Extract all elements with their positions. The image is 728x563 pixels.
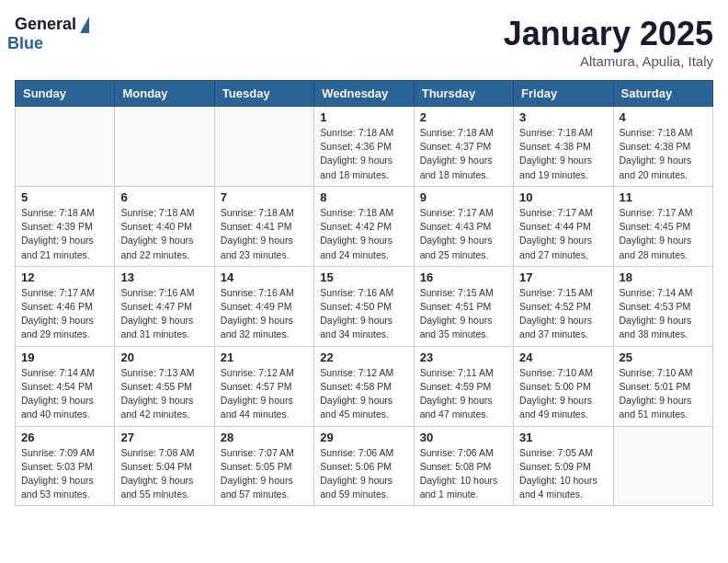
day-number: 10 [519, 190, 607, 204]
logo-general-text: General [15, 15, 76, 34]
calendar-cell [214, 107, 313, 187]
calendar-cell [16, 107, 115, 187]
calendar-cell: 30Sunrise: 7:06 AM Sunset: 5:08 PM Dayli… [414, 426, 513, 506]
day-number: 23 [420, 350, 507, 364]
calendar-table: SundayMondayTuesdayWednesdayThursdayFrid… [15, 80, 713, 506]
calendar-cell: 27Sunrise: 7:08 AM Sunset: 5:04 PM Dayli… [115, 426, 214, 506]
day-number: 29 [320, 431, 407, 444]
calendar-cell: 18Sunrise: 7:14 AM Sunset: 4:53 PM Dayli… [613, 266, 712, 346]
day-info: Sunrise: 7:15 AM Sunset: 4:52 PM Dayligh… [519, 286, 607, 342]
day-info: Sunrise: 7:14 AM Sunset: 4:54 PM Dayligh… [21, 366, 108, 422]
day-number: 11 [620, 190, 707, 204]
calendar-cell: 9Sunrise: 7:17 AM Sunset: 4:43 PM Daylig… [414, 186, 513, 266]
logo-blue-text: Blue [7, 34, 43, 53]
weekday-header-wednesday: Wednesday [314, 81, 414, 107]
calendar-cell: 22Sunrise: 7:12 AM Sunset: 4:58 PM Dayli… [314, 346, 414, 426]
day-info: Sunrise: 7:08 AM Sunset: 5:04 PM Dayligh… [120, 446, 208, 502]
calendar-cell: 16Sunrise: 7:15 AM Sunset: 4:51 PM Dayli… [414, 266, 513, 346]
day-info: Sunrise: 7:11 AM Sunset: 4:59 PM Dayligh… [420, 366, 507, 422]
calendar-cell [115, 107, 214, 187]
day-info: Sunrise: 7:16 AM Sunset: 4:50 PM Dayligh… [320, 286, 407, 342]
calendar-cell: 15Sunrise: 7:16 AM Sunset: 4:50 PM Dayli… [314, 266, 414, 346]
calendar-cell: 19Sunrise: 7:14 AM Sunset: 4:54 PM Dayli… [16, 346, 115, 426]
weekday-header-saturday: Saturday [613, 81, 712, 107]
day-info: Sunrise: 7:09 AM Sunset: 5:03 PM Dayligh… [21, 446, 108, 502]
day-number: 22 [320, 350, 407, 364]
calendar-cell: 4Sunrise: 7:18 AM Sunset: 4:38 PM Daylig… [613, 107, 712, 187]
day-number: 15 [320, 270, 407, 284]
day-info: Sunrise: 7:10 AM Sunset: 5:00 PM Dayligh… [519, 366, 607, 422]
calendar-cell: 6Sunrise: 7:18 AM Sunset: 4:40 PM Daylig… [115, 186, 214, 266]
week-row-5: 26Sunrise: 7:09 AM Sunset: 5:03 PM Dayli… [16, 426, 713, 506]
day-number: 6 [120, 190, 208, 204]
day-info: Sunrise: 7:12 AM Sunset: 4:57 PM Dayligh… [221, 366, 308, 422]
day-number: 19 [21, 350, 108, 364]
day-info: Sunrise: 7:17 AM Sunset: 4:46 PM Dayligh… [21, 286, 108, 342]
calendar-cell: 14Sunrise: 7:16 AM Sunset: 4:49 PM Dayli… [214, 266, 313, 346]
calendar-cell: 10Sunrise: 7:17 AM Sunset: 4:44 PM Dayli… [514, 186, 613, 266]
calendar-cell: 3Sunrise: 7:18 AM Sunset: 4:38 PM Daylig… [514, 107, 613, 187]
day-number: 14 [221, 270, 308, 284]
day-info: Sunrise: 7:17 AM Sunset: 4:45 PM Dayligh… [620, 206, 707, 262]
day-info: Sunrise: 7:10 AM Sunset: 5:01 PM Dayligh… [620, 366, 707, 422]
day-info: Sunrise: 7:12 AM Sunset: 4:58 PM Dayligh… [320, 366, 407, 422]
week-row-4: 19Sunrise: 7:14 AM Sunset: 4:54 PM Dayli… [16, 346, 713, 426]
day-number: 5 [21, 190, 108, 204]
calendar-cell: 8Sunrise: 7:18 AM Sunset: 4:42 PM Daylig… [314, 186, 414, 266]
calendar-cell: 28Sunrise: 7:07 AM Sunset: 5:05 PM Dayli… [214, 426, 313, 506]
calendar-cell: 11Sunrise: 7:17 AM Sunset: 4:45 PM Dayli… [613, 186, 712, 266]
day-info: Sunrise: 7:17 AM Sunset: 4:43 PM Dayligh… [420, 206, 507, 262]
day-number: 17 [519, 270, 607, 284]
day-number: 21 [221, 350, 308, 364]
day-info: Sunrise: 7:17 AM Sunset: 4:44 PM Dayligh… [519, 206, 607, 262]
day-info: Sunrise: 7:18 AM Sunset: 4:36 PM Dayligh… [320, 126, 407, 182]
title-block: January 2025 Altamura, Apulia, Italy [504, 15, 713, 69]
day-number: 12 [21, 270, 108, 284]
day-info: Sunrise: 7:16 AM Sunset: 4:49 PM Dayligh… [221, 286, 308, 342]
day-number: 7 [221, 190, 308, 204]
week-row-3: 12Sunrise: 7:17 AM Sunset: 4:46 PM Dayli… [16, 266, 713, 346]
day-number: 9 [420, 190, 507, 204]
calendar-cell: 13Sunrise: 7:16 AM Sunset: 4:47 PM Dayli… [115, 266, 214, 346]
day-info: Sunrise: 7:18 AM Sunset: 4:39 PM Dayligh… [21, 206, 108, 262]
calendar-cell: 25Sunrise: 7:10 AM Sunset: 5:01 PM Dayli… [613, 346, 712, 426]
day-number: 27 [120, 431, 208, 444]
day-info: Sunrise: 7:06 AM Sunset: 5:06 PM Dayligh… [320, 446, 407, 502]
calendar-cell: 2Sunrise: 7:18 AM Sunset: 4:37 PM Daylig… [414, 107, 513, 187]
day-number: 26 [21, 431, 108, 444]
weekday-header-tuesday: Tuesday [214, 81, 313, 107]
calendar-cell: 21Sunrise: 7:12 AM Sunset: 4:57 PM Dayli… [214, 346, 313, 426]
day-number: 28 [221, 431, 308, 444]
month-title: January 2025 [504, 15, 713, 53]
day-number: 8 [320, 190, 407, 204]
page-header: General Blue January 2025 Altamura, Apul… [15, 15, 713, 69]
calendar-cell: 31Sunrise: 7:05 AM Sunset: 5:09 PM Dayli… [514, 426, 613, 506]
day-number: 24 [519, 350, 607, 364]
day-number: 3 [519, 110, 607, 124]
location-subtitle: Altamura, Apulia, Italy [504, 53, 713, 69]
day-info: Sunrise: 7:14 AM Sunset: 4:53 PM Dayligh… [620, 286, 707, 342]
calendar-cell: 5Sunrise: 7:18 AM Sunset: 4:39 PM Daylig… [16, 186, 115, 266]
calendar-cell: 23Sunrise: 7:11 AM Sunset: 4:59 PM Dayli… [414, 346, 513, 426]
calendar-cell [613, 426, 712, 506]
week-row-2: 5Sunrise: 7:18 AM Sunset: 4:39 PM Daylig… [16, 186, 713, 266]
calendar-cell: 1Sunrise: 7:18 AM Sunset: 4:36 PM Daylig… [314, 107, 414, 187]
day-info: Sunrise: 7:13 AM Sunset: 4:55 PM Dayligh… [120, 366, 208, 422]
calendar-cell: 26Sunrise: 7:09 AM Sunset: 5:03 PM Dayli… [16, 426, 115, 506]
day-info: Sunrise: 7:06 AM Sunset: 5:08 PM Dayligh… [420, 446, 507, 502]
day-info: Sunrise: 7:16 AM Sunset: 4:47 PM Dayligh… [120, 286, 208, 342]
calendar-cell: 20Sunrise: 7:13 AM Sunset: 4:55 PM Dayli… [115, 346, 214, 426]
day-number: 16 [420, 270, 507, 284]
day-number: 4 [620, 110, 707, 124]
day-number: 18 [620, 270, 707, 284]
day-number: 1 [320, 110, 407, 124]
weekday-header-sunday: Sunday [16, 81, 115, 107]
logo-triangle-icon [80, 17, 89, 33]
day-info: Sunrise: 7:18 AM Sunset: 4:41 PM Dayligh… [221, 206, 308, 262]
day-number: 20 [120, 350, 208, 364]
logo: General Blue [15, 15, 89, 53]
calendar-cell: 12Sunrise: 7:17 AM Sunset: 4:46 PM Dayli… [16, 266, 115, 346]
day-number: 13 [120, 270, 208, 284]
day-number: 31 [519, 431, 607, 444]
day-info: Sunrise: 7:05 AM Sunset: 5:09 PM Dayligh… [519, 446, 607, 502]
